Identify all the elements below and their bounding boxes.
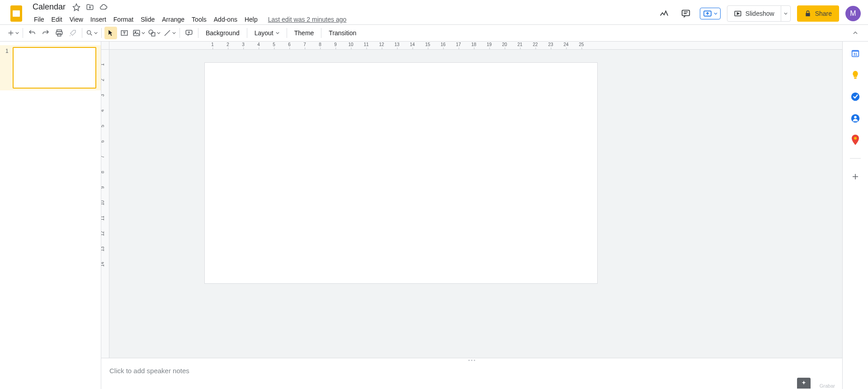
menu-slide[interactable]: Slide (137, 14, 158, 25)
ruler-v-tick: 6 (101, 138, 105, 145)
ruler-h-tick: 25 (579, 42, 584, 47)
comment-tool[interactable] (183, 27, 195, 39)
filmstrip: 1 (0, 42, 101, 389)
shape-tool[interactable] (147, 27, 161, 39)
menu-bar: File Edit View Insert Format Slide Arran… (31, 14, 656, 25)
ruler-v-tick: 8 (101, 169, 105, 175)
textbox-tool[interactable] (118, 27, 131, 39)
ruler-v-tick: 4 (101, 108, 105, 114)
slide-thumbnail[interactable] (13, 47, 96, 89)
document-title[interactable]: Calendar (31, 2, 67, 12)
slide-number: 1 (5, 47, 13, 89)
zoom-button[interactable] (85, 27, 99, 39)
svg-point-23 (854, 137, 857, 140)
app-icon-slides[interactable] (7, 5, 25, 23)
new-slide-button[interactable] (6, 27, 20, 39)
ruler-h-tick: 19 (486, 42, 491, 47)
background-button[interactable]: Background (201, 27, 244, 39)
ruler-h-tick: 10 (348, 42, 353, 47)
ruler-v-tick: 14 (101, 261, 105, 267)
cloud-status-icon[interactable] (99, 3, 108, 12)
line-tool[interactable] (162, 27, 177, 39)
side-panel: 31 (843, 42, 868, 389)
ruler-h-tick: 4 (257, 42, 260, 47)
paint-format-button[interactable] (66, 27, 79, 39)
menu-tools[interactable]: Tools (189, 14, 210, 25)
comments-icon[interactable] (678, 6, 693, 21)
star-icon[interactable] (72, 3, 81, 12)
ruler-h-tick: 9 (334, 42, 337, 47)
undo-button[interactable] (26, 27, 38, 39)
last-edit-link[interactable]: Last edit was 2 minutes ago (268, 16, 347, 23)
calendar-addon-icon[interactable]: 31 (850, 48, 861, 59)
ruler-v-tick: 12 (101, 230, 105, 237)
speaker-notes[interactable]: Click to add speaker notes (101, 362, 842, 389)
slideshow-dropdown[interactable] (781, 6, 790, 21)
maps-addon-icon[interactable] (850, 135, 861, 145)
select-tool[interactable] (104, 27, 117, 39)
tasks-addon-icon[interactable] (850, 91, 861, 102)
svg-point-13 (149, 30, 153, 34)
menu-edit[interactable]: Edit (48, 14, 66, 25)
activity-icon[interactable] (656, 6, 672, 21)
ruler-h-tick: 2 (226, 42, 229, 47)
ruler-v-tick: 11 (101, 215, 105, 221)
ruler-vertical[interactable]: 1234567891011121314 (101, 50, 109, 358)
ruler-v-tick: 9 (101, 184, 105, 191)
move-folder-icon[interactable] (85, 3, 94, 12)
ruler-h-tick: 8 (319, 42, 321, 47)
side-panel-divider (850, 158, 861, 159)
toolbar-separator (321, 28, 321, 38)
ruler-v-tick: 13 (101, 246, 105, 252)
ruler-horizontal[interactable]: 1234567891011121314151617181920212223242… (101, 42, 842, 50)
ruler-h-tick: 7 (303, 42, 306, 47)
editor: 1234567891011121314151617181920212223242… (101, 42, 843, 389)
menu-insert[interactable]: Insert (87, 14, 109, 25)
menu-format[interactable]: Format (110, 14, 137, 25)
share-button[interactable]: Share (797, 5, 839, 22)
explore-button[interactable] (797, 378, 811, 389)
ruler-h-tick: 1 (211, 42, 214, 47)
ruler-h-tick: 14 (410, 42, 415, 47)
image-tool[interactable] (132, 27, 146, 39)
ruler-h-tick: 5 (273, 42, 275, 47)
svg-text:31: 31 (853, 52, 858, 56)
grabar-label: Grabar (820, 383, 835, 389)
transition-button[interactable]: Transition (324, 27, 361, 39)
theme-button[interactable]: Theme (290, 27, 319, 39)
print-button[interactable] (53, 27, 66, 39)
toolbar-separator (179, 28, 180, 38)
notes-resize-handle[interactable] (101, 358, 842, 362)
slideshow-button[interactable]: Slideshow (727, 5, 791, 22)
ruler-h-tick: 12 (379, 42, 384, 47)
keep-addon-icon[interactable] (850, 70, 861, 80)
header-bar: Calendar File Edit View Insert Format Sl… (0, 0, 868, 24)
layout-button[interactable]: Layout (250, 27, 284, 39)
ruler-h-tick: 20 (502, 42, 507, 47)
contacts-addon-icon[interactable] (850, 113, 861, 124)
menu-addons[interactable]: Add-ons (211, 14, 241, 25)
slideshow-label: Slideshow (745, 10, 774, 17)
present-to-meeting-button[interactable] (700, 8, 721, 19)
get-addons-icon[interactable] (850, 171, 861, 182)
svg-rect-14 (151, 33, 155, 36)
account-avatar[interactable]: M (845, 6, 861, 21)
toolbar-separator (82, 28, 82, 38)
menu-arrange[interactable]: Arrange (159, 14, 188, 25)
menu-file[interactable]: File (31, 14, 47, 25)
ruler-h-tick: 24 (563, 42, 568, 47)
collapse-toolbar-button[interactable] (849, 27, 862, 39)
redo-button[interactable] (39, 27, 52, 39)
menu-help[interactable]: Help (241, 14, 261, 25)
ruler-v-tick: 10 (101, 200, 105, 206)
ruler-h-tick: 16 (440, 42, 445, 47)
menu-view[interactable]: View (66, 14, 86, 25)
play-rect-icon (734, 9, 742, 18)
toolbar: Background Layout Theme Transition (0, 24, 868, 42)
dropdown-caret-icon (714, 12, 717, 15)
svg-rect-3 (682, 10, 690, 15)
header-right-actions: Slideshow Share M (656, 5, 861, 22)
ruler-v-tick: 3 (101, 92, 105, 98)
slide-canvas[interactable] (204, 62, 598, 284)
canvas-wrap[interactable] (109, 50, 842, 358)
